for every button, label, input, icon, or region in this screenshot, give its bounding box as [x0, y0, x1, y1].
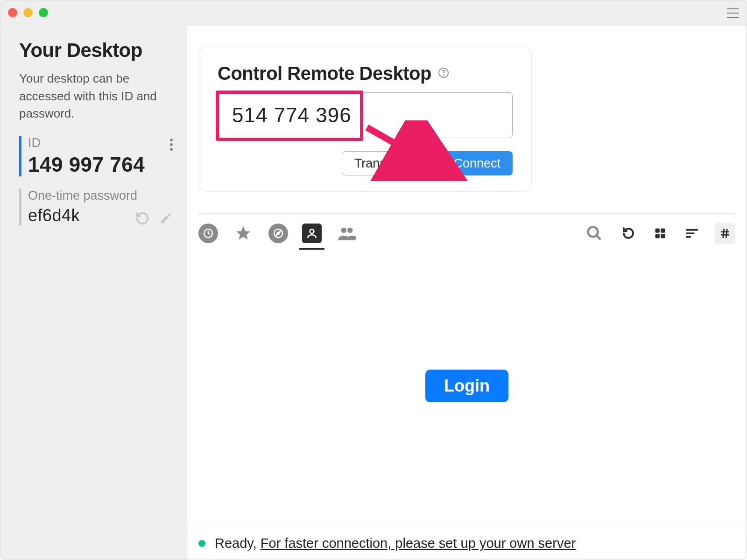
hash-button[interactable]: [715, 223, 735, 244]
menu-button[interactable]: [727, 8, 739, 18]
svg-line-23: [726, 229, 727, 238]
remote-id-input-wrap: [218, 92, 513, 138]
view-grid-button[interactable]: [651, 224, 669, 242]
card-header: Control Remote Desktop: [218, 63, 513, 84]
edit-password-button[interactable]: [159, 211, 173, 225]
remote-id-input[interactable]: [218, 92, 513, 138]
svg-rect-13: [655, 229, 660, 233]
tab-recent[interactable]: [198, 224, 218, 243]
pencil-icon: [159, 212, 172, 225]
sort-button[interactable]: [683, 224, 701, 242]
tab-discovered[interactable]: [268, 224, 288, 243]
sidebar-desc: Your desktop can be accessed with this I…: [19, 70, 173, 123]
clock-icon: [203, 228, 214, 239]
contacts-area: Login: [187, 245, 747, 527]
password-field: One-time password ef6d4k: [19, 189, 173, 225]
star-icon: [235, 225, 252, 242]
svg-rect-15: [655, 234, 660, 238]
status-ready: Ready,: [215, 536, 261, 551]
titlebar: [0, 0, 747, 26]
status-text: Ready, For faster connection, please set…: [215, 536, 576, 551]
svg-point-9: [341, 228, 347, 233]
remote-button-row: Transfer file Connect: [218, 151, 513, 175]
password-label: One-time password: [28, 189, 173, 203]
svg-marker-5: [236, 226, 250, 240]
login-button[interactable]: Login: [425, 370, 508, 402]
status-indicator: [198, 540, 205, 547]
help-icon: [438, 67, 449, 78]
hash-icon: [719, 227, 731, 239]
grid-icon: [654, 227, 667, 240]
close-window-button[interactable]: [8, 8, 17, 17]
tabbar: [198, 213, 735, 245]
app-body: Your Desktop Your desktop can be accesse…: [0, 26, 747, 560]
svg-line-22: [723, 229, 724, 238]
transfer-file-button[interactable]: Transfer file: [342, 151, 433, 175]
svg-point-11: [588, 227, 598, 237]
tab-favorites[interactable]: [232, 222, 254, 245]
tab-addressbook[interactable]: [302, 224, 322, 243]
password-actions: [135, 211, 173, 225]
help-button[interactable]: [438, 67, 449, 80]
sidebar: Your Desktop Your desktop can be accesse…: [0, 26, 187, 560]
svg-marker-7: [276, 231, 280, 235]
svg-line-12: [597, 236, 601, 240]
sidebar-title: Your Desktop: [19, 39, 173, 62]
refresh-icon: [135, 211, 149, 225]
group-icon: [338, 224, 356, 243]
statusbar: Ready, For faster connection, please set…: [187, 527, 747, 560]
tabs-left: [198, 222, 358, 245]
sort-icon: [685, 226, 699, 240]
svg-point-1: [443, 75, 444, 76]
svg-rect-16: [661, 234, 665, 238]
app-window: Your Desktop Your desktop can be accesse…: [0, 0, 747, 560]
svg-point-10: [347, 228, 353, 233]
id-label: ID: [28, 136, 173, 150]
maximize-window-button[interactable]: [39, 8, 48, 17]
tabs-right: [583, 222, 735, 245]
main-panel: Control Remote Desktop: [187, 26, 747, 560]
id-menu-button[interactable]: [170, 137, 173, 153]
card-title: Control Remote Desktop: [218, 63, 431, 84]
window-controls: [8, 8, 48, 17]
minimize-window-button[interactable]: [23, 8, 33, 17]
connect-button[interactable]: Connect: [441, 151, 513, 175]
id-field: ID 149 997 764: [19, 136, 173, 176]
id-value: 149 997 764: [28, 153, 173, 176]
refresh-password-button[interactable]: [135, 211, 149, 225]
tab-group[interactable]: [336, 222, 358, 245]
reload-button[interactable]: [620, 224, 637, 242]
search-button[interactable]: [583, 222, 606, 245]
svg-rect-14: [661, 229, 665, 233]
reload-icon: [621, 226, 635, 240]
status-link[interactable]: For faster connection, please set up you…: [261, 536, 576, 551]
compass-icon: [273, 228, 284, 239]
remote-connect-card: Control Remote Desktop: [198, 47, 532, 192]
svg-point-8: [310, 229, 314, 233]
search-icon: [586, 225, 603, 242]
person-icon: [306, 227, 318, 239]
